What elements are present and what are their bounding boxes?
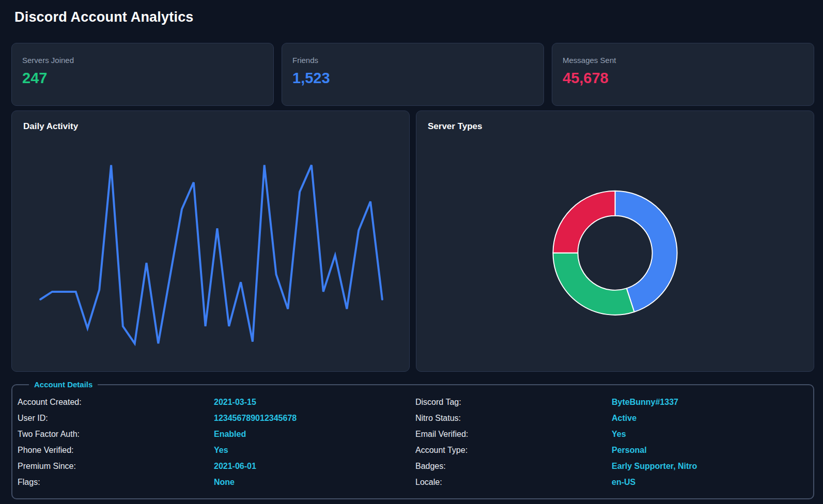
account-details-left-column: Account Created:2021-03-15User ID:123456… bbox=[18, 394, 415, 490]
detail-label: Premium Since: bbox=[18, 462, 214, 471]
detail-value: Yes bbox=[612, 430, 813, 439]
detail-label: Account Created: bbox=[18, 398, 214, 407]
detail-label: User ID: bbox=[18, 414, 214, 423]
detail-value: 2021-06-01 bbox=[214, 462, 415, 471]
detail-row: Email Verified:Yes bbox=[415, 426, 813, 442]
detail-row: Account Type:Personal bbox=[415, 442, 813, 458]
donut-segment-red[interactable] bbox=[553, 191, 615, 253]
detail-row: Premium Since:2021-06-01 bbox=[18, 458, 415, 474]
stat-label: Messages Sent bbox=[563, 56, 803, 65]
detail-row: Badges:Early Supporter, Nitro bbox=[415, 458, 813, 474]
stat-value: 45,678 bbox=[563, 70, 803, 87]
stats-row: Servers Joined 247 Friends 1,523 Message… bbox=[11, 43, 814, 106]
detail-label: Badges: bbox=[415, 462, 612, 471]
detail-row: Account Created:2021-03-15 bbox=[18, 394, 415, 410]
charts-row: Daily Activity Server Types bbox=[11, 111, 814, 372]
daily-activity-card: Daily Activity bbox=[11, 111, 410, 372]
server-types-donut-chart[interactable] bbox=[416, 111, 814, 371]
detail-label: Nitro Status: bbox=[415, 414, 612, 423]
detail-label: Phone Verified: bbox=[18, 446, 214, 455]
detail-value: Enabled bbox=[214, 430, 415, 439]
account-details-fieldset: Account Details Account Created:2021-03-… bbox=[11, 380, 814, 499]
detail-row: Flags:None bbox=[18, 474, 415, 490]
detail-row: Two Factor Auth:Enabled bbox=[18, 426, 415, 442]
stat-card-messages-sent: Messages Sent 45,678 bbox=[552, 43, 814, 106]
detail-value: ByteBunny#1337 bbox=[612, 398, 813, 407]
account-details-legend: Account Details bbox=[29, 380, 98, 389]
stat-card-friends: Friends 1,523 bbox=[282, 43, 544, 106]
donut-segment-green[interactable] bbox=[553, 253, 634, 315]
detail-value: None bbox=[214, 478, 415, 487]
detail-value: Early Supporter, Nitro bbox=[612, 462, 813, 471]
daily-activity-line-chart[interactable] bbox=[12, 111, 409, 371]
detail-row: Discord Tag:ByteBunny#1337 bbox=[415, 394, 813, 410]
detail-label: Account Type: bbox=[415, 446, 612, 455]
detail-row: User ID:123456789012345678 bbox=[18, 410, 415, 426]
detail-label: Two Factor Auth: bbox=[18, 430, 214, 439]
account-details-grid: Account Created:2021-03-15User ID:123456… bbox=[18, 394, 813, 490]
detail-row: Phone Verified:Yes bbox=[18, 442, 415, 458]
detail-value: Active bbox=[612, 414, 813, 423]
detail-value: Personal bbox=[612, 446, 813, 455]
activity-line-series bbox=[40, 165, 382, 344]
server-types-card: Server Types bbox=[416, 111, 814, 372]
detail-row: Nitro Status:Active bbox=[415, 410, 813, 426]
detail-value: 123456789012345678 bbox=[214, 414, 415, 423]
stat-label: Friends bbox=[292, 56, 533, 65]
page-title: Discord Account Analytics bbox=[14, 9, 814, 25]
detail-label: Locale: bbox=[415, 478, 612, 487]
detail-value: Yes bbox=[214, 446, 415, 455]
detail-row: Locale:en-US bbox=[415, 474, 813, 490]
detail-value: 2021-03-15 bbox=[214, 398, 415, 407]
detail-label: Email Verified: bbox=[415, 430, 612, 439]
detail-value: en-US bbox=[612, 478, 813, 487]
detail-label: Flags: bbox=[18, 478, 214, 487]
stat-value: 247 bbox=[22, 70, 263, 87]
stat-card-servers-joined: Servers Joined 247 bbox=[11, 43, 274, 106]
dashboard-page: Discord Account Analytics Servers Joined… bbox=[0, 0, 823, 499]
stat-value: 1,523 bbox=[292, 70, 533, 87]
stat-label: Servers Joined bbox=[22, 56, 263, 65]
detail-label: Discord Tag: bbox=[415, 398, 612, 407]
account-details-right-column: Discord Tag:ByteBunny#1337Nitro Status:A… bbox=[415, 394, 813, 490]
